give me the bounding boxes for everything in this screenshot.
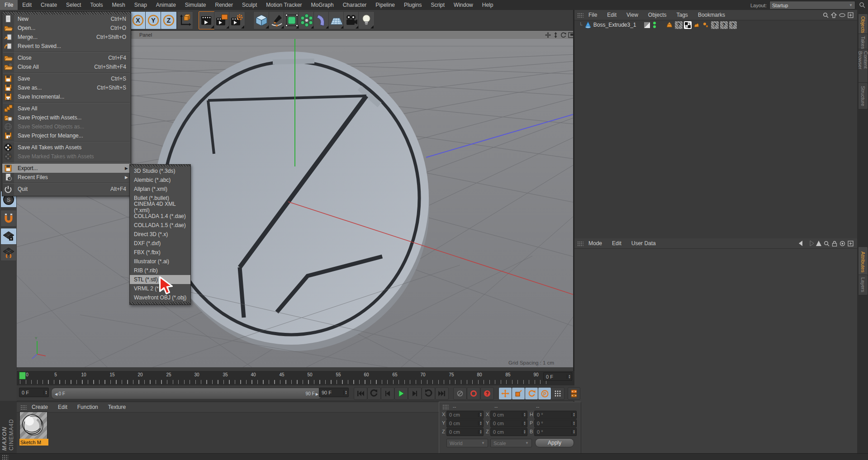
export-item-3d-studio[interactable]: 3D Studio (*.3ds) <box>130 166 190 175</box>
menu-resize-strip[interactable] <box>130 302 190 304</box>
mat-menu-edit[interactable]: Edit <box>53 404 72 410</box>
om-menu-tags[interactable]: Tags <box>672 12 693 18</box>
record-keyframe-button[interactable] <box>467 387 480 400</box>
attr-menu-edit[interactable]: Edit <box>607 240 626 247</box>
menu-sculpt[interactable]: Sculpt <box>237 0 261 10</box>
menu-render[interactable]: Render <box>211 0 237 10</box>
file-menu-item-save-all[interactable]: Save All <box>2 104 131 113</box>
texture-tag-icon[interactable]: ? <box>711 21 719 29</box>
tab-attributes[interactable]: Attributes <box>858 247 868 277</box>
export-item-illustrator[interactable]: Illustrator (*.ai) <box>130 257 190 266</box>
stepper-arrows[interactable]: ▲▼ <box>43 390 48 395</box>
object-row[interactable]: └ Boss_Extrude3_1 ? ? ? ? <box>574 20 857 29</box>
previous-key-button[interactable] <box>367 387 381 400</box>
floor-environment-button[interactable] <box>328 11 345 29</box>
pen-spline-button[interactable] <box>269 11 285 29</box>
file-menu-item-quit[interactable]: Quit Alt+F4 <box>2 185 131 194</box>
autokey-off-button[interactable] <box>453 387 467 400</box>
material-name-label[interactable]: Sketch M <box>19 439 48 446</box>
file-menu-item-save-melange[interactable]: M Save Project for Melange... <box>2 131 131 140</box>
rot-p-field[interactable]: 0 °▲▼ <box>534 419 577 427</box>
pos-z-field[interactable]: 0 cm▲▼ <box>446 428 484 436</box>
eye-icon[interactable] <box>839 12 845 18</box>
viewport-pan-icon[interactable] <box>545 32 551 38</box>
bend-deformer-button[interactable] <box>313 11 330 29</box>
rot-b-field[interactable]: 0 °▲▼ <box>534 428 577 436</box>
drag-handle[interactable] <box>577 241 583 246</box>
scale-z-field[interactable]: 0 cm▲▼ <box>490 428 527 436</box>
tab-objects[interactable]: Objects <box>858 14 868 36</box>
file-menu-item-save[interactable]: Save Ctrl+S <box>2 74 131 83</box>
file-menu-item-save-all-takes[interactable]: Save All Takes with Assets <box>2 143 131 152</box>
mat-menu-texture[interactable]: Texture <box>103 404 131 410</box>
file-menu-item-open[interactable]: Open... Ctrl+O <box>2 24 131 33</box>
key-scale-button[interactable] <box>512 387 525 400</box>
viewport-panel-menu[interactable]: Panel <box>139 32 152 38</box>
scale-y-field[interactable]: 0 cm▲▼ <box>490 419 527 427</box>
record-help-button[interactable]: ? <box>480 387 494 400</box>
key-parameter-button[interactable]: P <box>538 387 551 400</box>
current-frame-spinner[interactable]: 0 F ▲▼ <box>19 388 49 397</box>
stepper-arrows[interactable]: ▲▼ <box>567 375 572 379</box>
file-menu-item-export[interactable]: Export... ▶ <box>2 164 131 173</box>
visibility-dots[interactable] <box>653 22 656 28</box>
workplane-lock-button[interactable] <box>0 228 17 245</box>
tab-layers[interactable]: Layers <box>858 275 868 295</box>
scale-x-field[interactable]: 0 cm▲▼ <box>490 411 527 419</box>
menu-character[interactable]: Character <box>338 0 371 10</box>
object-name[interactable]: Boss_Extrude3_1 <box>593 22 636 28</box>
om-menu-file[interactable]: File <box>583 12 602 18</box>
tab-content-browser[interactable]: Content Browser <box>858 49 868 85</box>
menu-tools[interactable]: Tools <box>85 0 107 10</box>
menu-animate[interactable]: Animate <box>152 0 180 10</box>
menu-create[interactable]: Create <box>36 0 62 10</box>
workplane-mode-button[interactable] <box>0 244 17 261</box>
file-menu-item-save-project-assets[interactable]: Save Project with Assets... <box>2 113 131 122</box>
attr-menu-user-data[interactable]: User Data <box>626 240 661 247</box>
menu-file[interactable]: File <box>0 0 18 10</box>
export-item-alembic[interactable]: Alembic (*.abc) <box>130 175 190 185</box>
file-menu-item-merge[interactable]: Merge... Ctrl+Shift+O <box>2 33 131 42</box>
menu-edit[interactable]: Edit <box>18 0 36 10</box>
menu-motion-tracker[interactable]: Motion Tracker <box>261 0 306 10</box>
layout-dropdown[interactable]: Startup ▼ <box>769 1 855 9</box>
y-axis-lock-button[interactable]: Y <box>145 11 161 29</box>
key-pla-button[interactable] <box>551 387 564 400</box>
particle-tag-icon[interactable] <box>702 21 710 29</box>
material-thumbnail[interactable] <box>19 412 47 440</box>
end-frame-spinner[interactable]: 90 F ▲▼ <box>319 388 349 397</box>
menu-window[interactable]: Window <box>449 0 478 10</box>
checker-tag-icon[interactable] <box>684 21 692 29</box>
drag-handle[interactable] <box>577 13 583 18</box>
search-icon[interactable] <box>824 241 830 247</box>
space-dropdown[interactable]: World▼ <box>446 439 488 447</box>
x-axis-lock-button[interactable]: X <box>130 11 146 29</box>
cube-primitive-button[interactable] <box>253 11 270 29</box>
menu-mograph[interactable]: MoGraph <box>307 0 338 10</box>
previous-frame-button[interactable] <box>381 387 394 400</box>
texture-tag-icon[interactable]: ? <box>675 21 683 29</box>
om-menu-bookmarks[interactable]: Bookmarks <box>693 12 730 18</box>
navigate-up-icon[interactable] <box>816 241 821 246</box>
history-back-icon[interactable] <box>799 241 805 246</box>
key-rotation-button[interactable] <box>525 387 538 400</box>
lock-icon[interactable] <box>832 241 837 247</box>
export-item-direct3d[interactable]: Direct 3D (*.x) <box>130 230 190 239</box>
apply-button[interactable]: Apply <box>535 438 574 447</box>
drag-handle[interactable] <box>442 404 449 409</box>
file-menu-item-close[interactable]: Close Ctrl+F4 <box>2 53 131 62</box>
drag-handle[interactable] <box>2 455 8 460</box>
om-menu-view[interactable]: View <box>621 12 643 18</box>
next-frame-button[interactable] <box>408 387 422 400</box>
export-item-dxf[interactable]: DXF (*.dxf) <box>130 239 190 248</box>
frame-spinner[interactable]: 0 F ▲▼ <box>543 372 572 381</box>
mat-menu-function[interactable]: Function <box>72 404 103 410</box>
menu-help[interactable]: Help <box>478 0 498 10</box>
coordinate-system-button[interactable] <box>177 11 193 29</box>
sculpt-tag-icon[interactable] <box>693 21 701 29</box>
menu-script[interactable]: Script <box>426 0 449 10</box>
menu-pipeline[interactable]: Pipeline <box>371 0 399 10</box>
attr-menu-mode[interactable]: Mode <box>583 240 607 247</box>
rot-h-field[interactable]: 0 °▲▼ <box>534 411 577 419</box>
pos-y-field[interactable]: 0 cm▲▼ <box>446 419 484 427</box>
